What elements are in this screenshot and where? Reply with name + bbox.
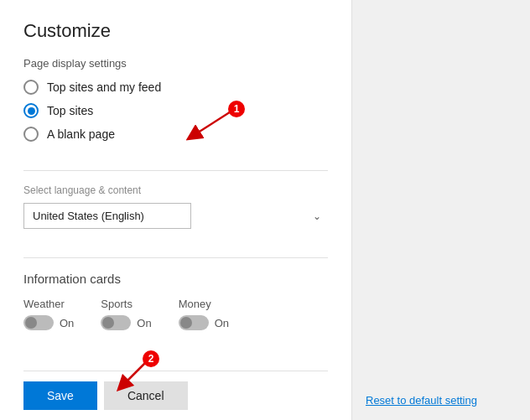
cancel-button[interactable]: Cancel bbox=[104, 381, 188, 410]
weather-toggle-row: On bbox=[23, 315, 74, 330]
sports-toggle-thumb bbox=[102, 317, 114, 329]
footer-buttons: Save Cancel bbox=[23, 371, 328, 420]
radio-top-sites-and-feed[interactable]: Top sites and my feed bbox=[23, 80, 328, 95]
radio-outer-1 bbox=[23, 80, 39, 95]
chevron-down-icon: ⌄ bbox=[313, 210, 321, 222]
radio-outer-3 bbox=[23, 127, 39, 142]
card-sports: Sports On bbox=[101, 298, 151, 330]
language-select[interactable]: United States (English) United Kingdom (… bbox=[23, 203, 191, 229]
card-money: Money On bbox=[179, 298, 229, 330]
sports-toggle[interactable] bbox=[101, 315, 131, 330]
radio-blank-page[interactable]: A blank page bbox=[23, 127, 328, 142]
select-wrapper: United States (English) United Kingdom (… bbox=[23, 203, 328, 229]
radio-top-sites[interactable]: Top sites bbox=[23, 103, 328, 118]
page-title: Customize bbox=[23, 20, 328, 42]
card-money-label: Money bbox=[179, 298, 229, 310]
customize-panel: Customize Page display settings Top site… bbox=[0, 0, 352, 420]
divider-2 bbox=[23, 257, 328, 258]
cards-row: Weather On Sports On bbox=[23, 298, 328, 330]
card-weather-label: Weather bbox=[23, 298, 74, 310]
radio-label-1: Top sites and my feed bbox=[47, 80, 161, 94]
money-toggle[interactable] bbox=[179, 315, 209, 330]
radio-label-2: Top sites bbox=[47, 104, 93, 117]
reset-link[interactable]: Reset to default setting bbox=[366, 394, 477, 407]
radio-label-3: A blank page bbox=[47, 127, 115, 141]
money-toggle-text: On bbox=[215, 317, 229, 329]
money-toggle-row: On bbox=[179, 315, 229, 330]
divider-1 bbox=[23, 170, 328, 171]
money-toggle-thumb bbox=[180, 317, 192, 329]
weather-toggle-thumb bbox=[25, 317, 37, 329]
page-display-label: Page display settings bbox=[23, 57, 328, 70]
select-language-label: Select language & content bbox=[23, 184, 328, 196]
save-button[interactable]: Save bbox=[23, 381, 97, 410]
right-area: Reset to default setting bbox=[352, 0, 530, 420]
radio-group: Top sites and my feed Top sites A blank … bbox=[23, 80, 328, 142]
sports-toggle-text: On bbox=[137, 317, 151, 329]
badge-2: 2 bbox=[143, 350, 159, 367]
radio-outer-2 bbox=[23, 103, 39, 118]
card-sports-label: Sports bbox=[101, 298, 151, 310]
radio-inner-2 bbox=[28, 107, 35, 115]
sports-toggle-row: On bbox=[101, 315, 151, 330]
card-weather: Weather On bbox=[23, 298, 74, 330]
weather-toggle-text: On bbox=[60, 317, 74, 329]
weather-toggle[interactable] bbox=[23, 315, 54, 330]
info-cards-label: Information cards bbox=[23, 272, 328, 286]
